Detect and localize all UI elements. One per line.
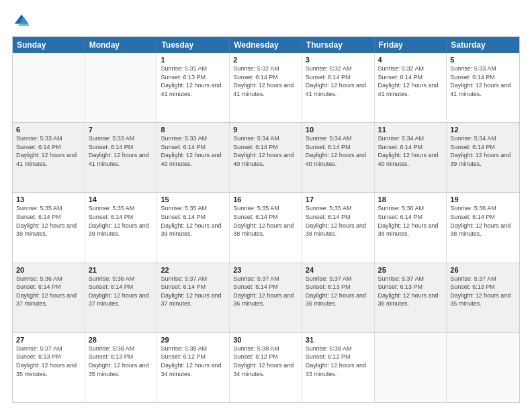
day-cell-15: 15Sunrise: 5:35 AM Sunset: 6:14 PM Dayli… xyxy=(157,193,230,262)
logo xyxy=(12,12,34,31)
day-cell-30: 30Sunrise: 5:38 AM Sunset: 6:12 PM Dayli… xyxy=(230,333,302,402)
weekday-header-wednesday: Wednesday xyxy=(230,37,302,53)
day-cell-18: 18Sunrise: 5:36 AM Sunset: 6:14 PM Dayli… xyxy=(375,193,447,262)
day-number: 1 xyxy=(161,56,226,64)
day-number: 12 xyxy=(450,126,516,134)
day-number: 8 xyxy=(161,126,226,134)
day-info: Sunrise: 5:33 AM Sunset: 6:14 PM Dayligh… xyxy=(89,134,154,168)
day-cell-26: 26Sunrise: 5:37 AM Sunset: 6:13 PM Dayli… xyxy=(447,263,519,332)
day-info: Sunrise: 5:35 AM Sunset: 6:14 PM Dayligh… xyxy=(16,204,81,238)
day-cell-29: 29Sunrise: 5:38 AM Sunset: 6:12 PM Dayli… xyxy=(157,333,230,402)
day-cell-8: 8Sunrise: 5:33 AM Sunset: 6:14 PM Daylig… xyxy=(157,123,230,192)
day-info: Sunrise: 5:34 AM Sunset: 6:14 PM Dayligh… xyxy=(233,134,298,168)
day-info: Sunrise: 5:36 AM Sunset: 6:14 PM Dayligh… xyxy=(89,275,154,308)
day-number: 5 xyxy=(450,56,516,64)
day-number: 21 xyxy=(89,266,154,274)
day-number: 19 xyxy=(450,195,516,203)
day-number: 15 xyxy=(161,195,226,203)
day-number: 23 xyxy=(233,266,298,274)
day-number: 27 xyxy=(16,336,81,344)
day-info: Sunrise: 5:34 AM Sunset: 6:14 PM Dayligh… xyxy=(306,134,371,168)
day-info: Sunrise: 5:35 AM Sunset: 6:14 PM Dayligh… xyxy=(161,204,226,238)
day-cell-25: 25Sunrise: 5:37 AM Sunset: 6:13 PM Dayli… xyxy=(375,263,447,332)
day-cell-2: 2Sunrise: 5:32 AM Sunset: 6:14 PM Daylig… xyxy=(230,53,302,122)
day-info: Sunrise: 5:38 AM Sunset: 6:12 PM Dayligh… xyxy=(233,345,298,378)
day-number: 22 xyxy=(161,266,226,274)
weekday-header-monday: Monday xyxy=(85,37,158,53)
calendar-row-3: 13Sunrise: 5:35 AM Sunset: 6:14 PM Dayli… xyxy=(13,192,519,262)
day-number: 31 xyxy=(306,336,371,344)
day-cell-28: 28Sunrise: 5:38 AM Sunset: 6:13 PM Dayli… xyxy=(85,333,158,402)
day-cell-16: 16Sunrise: 5:35 AM Sunset: 6:14 PM Dayli… xyxy=(230,193,302,262)
day-info: Sunrise: 5:34 AM Sunset: 6:14 PM Dayligh… xyxy=(378,134,443,168)
weekday-header-sunday: Sunday xyxy=(13,37,85,53)
calendar: SundayMondayTuesdayWednesdayThursdayFrid… xyxy=(12,36,520,403)
day-cell-7: 7Sunrise: 5:33 AM Sunset: 6:14 PM Daylig… xyxy=(85,123,158,192)
day-number: 17 xyxy=(306,195,371,203)
day-info: Sunrise: 5:32 AM Sunset: 6:14 PM Dayligh… xyxy=(233,64,298,98)
header xyxy=(12,12,520,31)
day-info: Sunrise: 5:37 AM Sunset: 6:13 PM Dayligh… xyxy=(16,345,81,378)
day-cell-10: 10Sunrise: 5:34 AM Sunset: 6:14 PM Dayli… xyxy=(302,123,375,192)
day-number: 3 xyxy=(306,56,371,64)
day-number: 29 xyxy=(161,336,226,344)
day-info: Sunrise: 5:37 AM Sunset: 6:13 PM Dayligh… xyxy=(450,275,516,308)
day-info: Sunrise: 5:37 AM Sunset: 6:13 PM Dayligh… xyxy=(306,275,371,308)
day-cell-24: 24Sunrise: 5:37 AM Sunset: 6:13 PM Dayli… xyxy=(302,263,375,332)
day-number: 14 xyxy=(89,195,154,203)
weekday-header-saturday: Saturday xyxy=(447,37,519,53)
day-cell-12: 12Sunrise: 5:34 AM Sunset: 6:14 PM Dayli… xyxy=(447,123,519,192)
day-number: 9 xyxy=(233,126,298,134)
day-cell-6: 6Sunrise: 5:33 AM Sunset: 6:14 PM Daylig… xyxy=(13,123,85,192)
day-cell-27: 27Sunrise: 5:37 AM Sunset: 6:13 PM Dayli… xyxy=(13,333,85,402)
empty-cell xyxy=(13,53,85,122)
day-cell-20: 20Sunrise: 5:36 AM Sunset: 6:14 PM Dayli… xyxy=(13,263,85,332)
day-cell-4: 4Sunrise: 5:32 AM Sunset: 6:14 PM Daylig… xyxy=(375,53,447,122)
page: SundayMondayTuesdayWednesdayThursdayFrid… xyxy=(0,0,532,411)
calendar-header: SundayMondayTuesdayWednesdayThursdayFrid… xyxy=(13,37,519,53)
day-number: 10 xyxy=(306,126,371,134)
day-info: Sunrise: 5:33 AM Sunset: 6:14 PM Dayligh… xyxy=(16,134,81,168)
day-info: Sunrise: 5:35 AM Sunset: 6:14 PM Dayligh… xyxy=(306,204,371,238)
day-number: 13 xyxy=(16,195,81,203)
day-cell-5: 5Sunrise: 5:33 AM Sunset: 6:14 PM Daylig… xyxy=(447,53,519,122)
day-info: Sunrise: 5:36 AM Sunset: 6:14 PM Dayligh… xyxy=(16,275,81,308)
logo-icon xyxy=(12,12,31,31)
empty-cell xyxy=(447,333,519,402)
day-cell-14: 14Sunrise: 5:35 AM Sunset: 6:14 PM Dayli… xyxy=(85,193,158,262)
day-info: Sunrise: 5:38 AM Sunset: 6:12 PM Dayligh… xyxy=(161,345,226,378)
calendar-row-1: 1Sunrise: 5:31 AM Sunset: 6:13 PM Daylig… xyxy=(13,53,519,122)
day-number: 25 xyxy=(378,266,443,274)
day-info: Sunrise: 5:34 AM Sunset: 6:14 PM Dayligh… xyxy=(450,134,516,168)
day-number: 26 xyxy=(450,266,516,274)
day-info: Sunrise: 5:38 AM Sunset: 6:12 PM Dayligh… xyxy=(306,345,371,378)
day-cell-23: 23Sunrise: 5:37 AM Sunset: 6:14 PM Dayli… xyxy=(230,263,302,332)
day-cell-9: 9Sunrise: 5:34 AM Sunset: 6:14 PM Daylig… xyxy=(230,123,302,192)
day-info: Sunrise: 5:37 AM Sunset: 6:14 PM Dayligh… xyxy=(233,275,298,308)
day-info: Sunrise: 5:37 AM Sunset: 6:13 PM Dayligh… xyxy=(378,275,443,308)
weekday-header-friday: Friday xyxy=(375,37,447,53)
weekday-header-thursday: Thursday xyxy=(302,37,375,53)
day-number: 30 xyxy=(233,336,298,344)
weekday-header-tuesday: Tuesday xyxy=(157,37,230,53)
empty-cell xyxy=(85,53,158,122)
day-cell-13: 13Sunrise: 5:35 AM Sunset: 6:14 PM Dayli… xyxy=(13,193,85,262)
day-cell-11: 11Sunrise: 5:34 AM Sunset: 6:14 PM Dayli… xyxy=(375,123,447,192)
day-cell-1: 1Sunrise: 5:31 AM Sunset: 6:13 PM Daylig… xyxy=(157,53,230,122)
day-number: 16 xyxy=(233,195,298,203)
day-cell-22: 22Sunrise: 5:37 AM Sunset: 6:14 PM Dayli… xyxy=(157,263,230,332)
day-info: Sunrise: 5:35 AM Sunset: 6:14 PM Dayligh… xyxy=(233,204,298,238)
day-number: 28 xyxy=(89,336,154,344)
day-info: Sunrise: 5:38 AM Sunset: 6:13 PM Dayligh… xyxy=(89,345,154,378)
day-number: 18 xyxy=(378,195,443,203)
calendar-row-2: 6Sunrise: 5:33 AM Sunset: 6:14 PM Daylig… xyxy=(13,122,519,192)
day-info: Sunrise: 5:37 AM Sunset: 6:14 PM Dayligh… xyxy=(161,275,226,308)
day-info: Sunrise: 5:35 AM Sunset: 6:14 PM Dayligh… xyxy=(89,204,154,238)
day-number: 24 xyxy=(306,266,371,274)
empty-cell xyxy=(375,333,447,402)
day-number: 11 xyxy=(378,126,443,134)
calendar-row-5: 27Sunrise: 5:37 AM Sunset: 6:13 PM Dayli… xyxy=(13,332,519,402)
day-number: 7 xyxy=(89,126,154,134)
day-cell-19: 19Sunrise: 5:36 AM Sunset: 6:14 PM Dayli… xyxy=(447,193,519,262)
day-info: Sunrise: 5:32 AM Sunset: 6:14 PM Dayligh… xyxy=(378,64,443,98)
